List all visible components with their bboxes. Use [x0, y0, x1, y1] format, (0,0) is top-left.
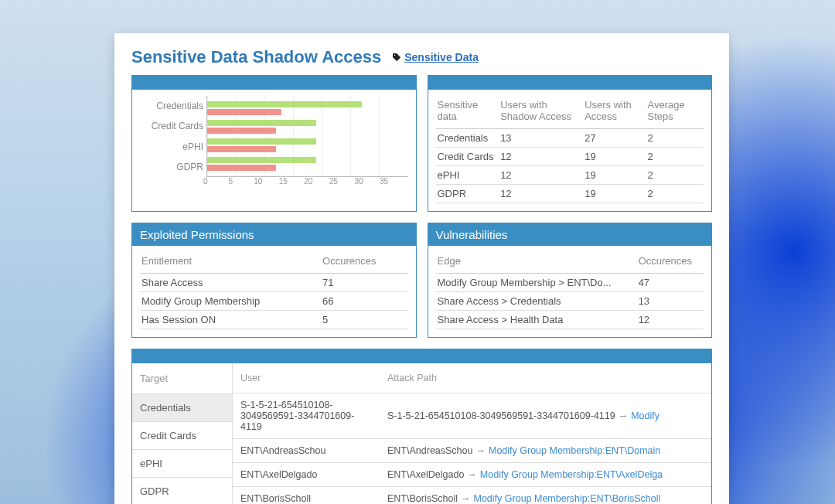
user-cell: ENT\BorisScholl [240, 493, 311, 504]
chart-bar [207, 101, 362, 107]
chart-bar [207, 146, 276, 152]
attack-paths-table: UserAttack PathS-1-5-21-654510108-304956… [233, 363, 711, 504]
attack-path-link[interactable]: Modify Group Membership:ENT\BorisScholl [474, 493, 661, 504]
attack-path-prefix: S-1-5-21-654510108-3049569591-3344701609… [387, 410, 615, 421]
table-row: S-1-5-21-654510108-3049569591-3344701609… [233, 393, 711, 439]
target-item[interactable]: ePHI [132, 449, 232, 477]
tag-chip: Sensitive Data [392, 51, 479, 63]
table-cell: 47 [637, 274, 704, 292]
table-cell: 71 [321, 274, 407, 292]
table-cell: GDPR [436, 185, 499, 203]
chart-category-label: Credentials [140, 97, 203, 115]
column-header: Target [132, 363, 232, 393]
table-cell: Has Session ON [140, 311, 321, 329]
table-cell: Modify Group Membership > ENT\Do... [436, 274, 637, 292]
sensitive-data-table: Sensitive dataUsers with Shadow AccessUs… [436, 96, 704, 203]
panel-title: Exploited Permissions [132, 223, 416, 246]
chart-body: CredentialsCredit CardsePHIGDPR 05101520… [132, 90, 416, 193]
table-row: ENT\AxelDelgadoENT\AxelDelgado→Modify Gr… [233, 463, 711, 487]
attack-paths-panel: TargetCredentialsCredit CardsePHIGDPR Us… [131, 349, 712, 504]
row-2: Exploited Permissions EntitlementOccuren… [131, 223, 712, 338]
table-cell: Share Access > Credentials [436, 292, 637, 311]
table-cell: 19 [583, 148, 646, 166]
column-header: Occurences [637, 252, 704, 274]
chart-bar [207, 109, 281, 115]
arrow-icon: → [464, 469, 480, 480]
chart-row [207, 117, 408, 136]
bar-chart: CredentialsCredit CardsePHIGDPR [140, 96, 408, 177]
tag-link[interactable]: Sensitive Data [404, 51, 479, 63]
table-cell: 27 [583, 129, 646, 148]
table-row: Share Access > Credentials13 [436, 292, 704, 311]
table-cell: 13 [637, 292, 704, 311]
column-header: Average Steps [646, 96, 704, 129]
column-header: Users with Shadow Access [499, 96, 583, 129]
table-row: ePHI12192 [436, 166, 704, 185]
table-row: ENT\BorisSchollENT\BorisScholl→Modify Gr… [233, 487, 711, 505]
chart-category-label: GDPR [140, 158, 203, 176]
table-cell: 5 [321, 311, 407, 329]
user-cell: ENT\AxelDelgado [240, 469, 317, 480]
column-header: Attack Path [380, 363, 711, 393]
table-cell: 19 [583, 166, 646, 185]
chart-tick: 15 [279, 177, 305, 186]
column-header: Users with Access [583, 96, 646, 129]
target-item[interactable]: GDPR [132, 477, 232, 504]
report-card: Sensitive Data Shadow Access Sensitive D… [114, 33, 729, 504]
row-1: CredentialsCredit CardsePHIGDPR 05101520… [131, 75, 712, 212]
exploited-table: EntitlementOccurencesShare Access71Modif… [140, 252, 408, 329]
table-cell: 2 [646, 129, 704, 148]
chart-tick: 30 [354, 177, 380, 186]
table-cell: 2 [646, 166, 704, 185]
table-row: Modify Group Membership > ENT\Do...47 [436, 274, 704, 292]
table-row: GDPR12192 [436, 185, 704, 203]
table-row: Modify Group Membership66 [140, 292, 408, 311]
chart-bar [207, 138, 316, 145]
table-cell: 12 [499, 166, 583, 185]
table-row: Share Access > Health Data12 [436, 311, 704, 329]
table-cell: 19 [583, 185, 646, 203]
table-row: Share Access71 [140, 274, 408, 292]
target-item[interactable]: Credit Cards [132, 421, 232, 449]
arrow-icon: → [615, 410, 632, 421]
table-cell: ePHI [436, 166, 499, 185]
panel-header-strip [428, 76, 712, 90]
chart-tick: 20 [304, 177, 329, 186]
chart-category-label: ePHI [140, 138, 203, 156]
chart-tick: 5 [229, 177, 254, 186]
chart-panel: CredentialsCredit CardsePHIGDPR 05101520… [131, 75, 417, 212]
attack-path-link[interactable]: Modify Group Membership:ENT\Domain [489, 445, 660, 456]
table-cell: 66 [321, 292, 407, 311]
table-cell: 2 [646, 148, 704, 166]
panel-header-strip [132, 76, 416, 90]
vulnerabilities-table: EdgeOccurencesModify Group Membership > … [436, 252, 704, 329]
table-row: Credentials13272 [436, 129, 704, 148]
column-header: User [233, 363, 380, 393]
table-cell: 13 [499, 129, 583, 148]
chart-x-axis: 05101520253035 [206, 177, 408, 186]
attack-path-prefix: ENT\AxelDelgado [387, 469, 464, 480]
target-item[interactable]: Credentials [132, 393, 232, 421]
table-cell: Credit Cards [436, 148, 499, 166]
panel-header-strip [132, 349, 711, 363]
chart-bar [207, 128, 276, 134]
user-cell: S-1-5-21-654510108-3049569591-3344701609… [240, 400, 354, 432]
chart-tick: 0 [203, 177, 229, 186]
table-row: Credit Cards12192 [436, 148, 704, 166]
attack-path-link[interactable]: Modify [631, 410, 659, 421]
report-header: Sensitive Data Shadow Access Sensitive D… [131, 47, 712, 67]
target-list: TargetCredentialsCredit CardsePHIGDPR [132, 363, 233, 504]
attack-path-prefix: ENT\BorisScholl [387, 493, 458, 504]
chart-row [207, 99, 408, 117]
chart-row [207, 155, 408, 173]
table-cell: 12 [499, 148, 583, 166]
column-header: Edge [436, 252, 637, 274]
chart-tick: 25 [329, 177, 355, 186]
column-header: Entitlement [140, 252, 321, 274]
user-cell: ENT\AndreasSchou [240, 445, 325, 456]
table-cell: 12 [499, 185, 583, 203]
attack-path-link[interactable]: Modify Group Membership:ENT\AxelDelga [480, 469, 663, 480]
table-cell: Share Access [140, 274, 321, 292]
table-cell: Modify Group Membership [140, 292, 321, 311]
column-header: Occurences [321, 252, 407, 274]
